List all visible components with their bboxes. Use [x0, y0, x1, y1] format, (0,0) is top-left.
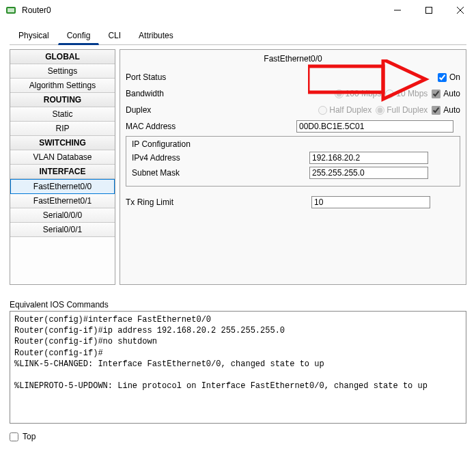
subnet-label: Subnet Mask [132, 168, 309, 178]
sidebar-header-global: GLOBAL [10, 50, 115, 64]
sidebar-header-routing: ROUTING [10, 93, 115, 107]
sidebar: GLOBAL Settings Algorithm Settings ROUTI… [10, 49, 115, 285]
duplex-full-radio[interactable] [376, 106, 384, 115]
config-title: FastEthernet0/0 [126, 53, 460, 70]
duplex-half[interactable]: Half Duplex [318, 105, 372, 115]
sidebar-item-static[interactable]: Static [10, 107, 115, 122]
bandwidth-10-radio[interactable] [385, 90, 394, 98]
ipv4-input[interactable] [309, 152, 428, 164]
ios-commands-label: Equivalent IOS Commands [10, 300, 466, 309]
minimize-button[interactable] [382, 0, 413, 20]
titlebar: Router0 [0, 0, 476, 20]
window-title: Router0 [22, 5, 382, 15]
config-panel: FastEthernet0/0 Port Status On Bandwidth [120, 49, 466, 285]
duplex-half-label: Half Duplex [329, 105, 372, 115]
sidebar-item-settings[interactable]: Settings [10, 64, 115, 79]
duplex-full-label: Full Duplex [387, 105, 428, 115]
port-status-checkbox[interactable] [438, 73, 447, 82]
sidebar-item-serial0-0-1[interactable]: Serial0/0/1 [10, 223, 115, 237]
duplex-label: Duplex [126, 105, 208, 115]
bandwidth-auto-checkbox[interactable] [432, 90, 440, 98]
duplex-full[interactable]: Full Duplex [376, 105, 428, 115]
close-button[interactable] [445, 0, 476, 20]
tab-cli[interactable]: CLI [99, 27, 130, 45]
ipv4-label: IPv4 Address [132, 153, 309, 163]
top-checkbox[interactable] [10, 432, 18, 441]
txring-label: Tx Ring Limit [126, 197, 311, 207]
bandwidth-auto-label: Auto [443, 89, 460, 98]
port-status-label: Port Status [126, 72, 208, 82]
bandwidth-100-radio[interactable] [335, 90, 344, 98]
sidebar-item-algorithm-settings[interactable]: Algorithm Settings [10, 79, 115, 93]
bandwidth-100[interactable]: 100 Mbps [335, 89, 382, 98]
tab-config[interactable]: Config [58, 27, 100, 45]
txring-input[interactable] [311, 196, 430, 208]
sidebar-item-vlan-database[interactable]: VLAN Database [10, 150, 115, 165]
ip-config-group: IP Configuration IPv4 Address Subnet Mas… [126, 136, 460, 187]
port-status-on[interactable]: On [438, 72, 460, 82]
duplex-auto[interactable]: Auto [432, 105, 460, 115]
top-label: Top [23, 432, 36, 441]
sidebar-item-fe0-1[interactable]: FastEthernet0/1 [10, 194, 115, 208]
bandwidth-100-label: 100 Mbps [346, 89, 382, 98]
port-status-on-label: On [449, 72, 460, 82]
tab-physical[interactable]: Physical [10, 27, 58, 45]
app-icon [5, 5, 16, 16]
sidebar-item-serial0-0-0[interactable]: Serial0/0/0 [10, 208, 115, 223]
ip-config-label: IP Configuration [132, 139, 454, 149]
mac-label: MAC Address [126, 122, 208, 131]
bandwidth-label: Bandwidth [126, 89, 208, 98]
subnet-input[interactable] [309, 167, 428, 179]
sidebar-item-rip[interactable]: RIP [10, 122, 115, 136]
duplex-auto-checkbox[interactable] [432, 106, 440, 115]
bandwidth-auto[interactable]: Auto [432, 89, 460, 98]
duplex-auto-label: Auto [443, 105, 460, 115]
duplex-half-radio[interactable] [318, 106, 327, 115]
sidebar-item-fe0-0[interactable]: FastEthernet0/0 [10, 179, 115, 194]
bandwidth-10[interactable]: 10 Mbps [385, 89, 428, 98]
sidebar-header-interface: INTERFACE [10, 165, 115, 179]
svg-rect-1 [8, 8, 14, 12]
tab-bar: Physical Config CLI Attributes [10, 27, 466, 45]
sidebar-header-switching: SWITCHING [10, 136, 115, 150]
tab-attributes[interactable]: Attributes [130, 27, 182, 45]
bandwidth-10-label: 10 Mbps [396, 89, 428, 98]
mac-input[interactable] [296, 120, 453, 133]
ios-commands-box[interactable]: Router(config)#interface FastEthernet0/0… [10, 311, 466, 424]
svg-rect-3 [426, 8, 432, 14]
maximize-button[interactable] [413, 0, 445, 20]
